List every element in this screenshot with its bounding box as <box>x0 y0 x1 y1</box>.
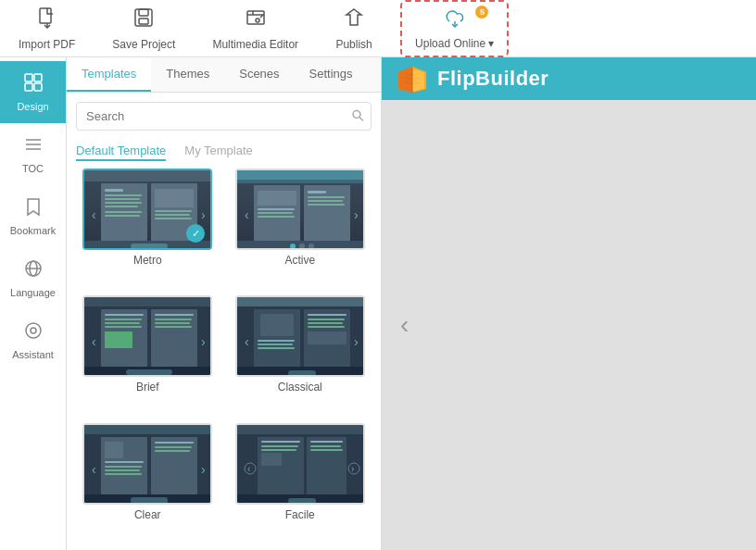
svg-text:›: › <box>351 464 354 474</box>
svg-rect-43 <box>237 170 365 180</box>
template-name-metro: Metro <box>133 254 162 267</box>
svg-text:‹: ‹ <box>92 462 96 477</box>
bookmark-icon <box>23 196 44 221</box>
tab-settings[interactable]: Settings <box>295 57 368 92</box>
tab-scenes[interactable]: Scenes <box>224 57 294 92</box>
svg-rect-120 <box>261 449 296 451</box>
svg-rect-94 <box>288 370 316 376</box>
multimedia-icon <box>245 6 267 34</box>
svg-rect-68 <box>105 322 140 324</box>
svg-text:›: › <box>201 462 206 477</box>
save-icon <box>132 6 155 34</box>
svg-rect-103 <box>105 469 140 471</box>
sidebar-item-assistant[interactable]: Assistant <box>0 309 66 371</box>
svg-rect-77 <box>126 369 172 375</box>
sub-tab-my[interactable]: My Template <box>184 144 252 161</box>
svg-rect-123 <box>310 441 343 443</box>
sidebar-item-toc[interactable]: TOC <box>0 123 66 185</box>
svg-rect-36 <box>155 189 194 207</box>
svg-rect-118 <box>261 441 300 443</box>
import-pdf-icon <box>36 6 58 34</box>
svg-rect-106 <box>155 442 194 444</box>
search-icon <box>351 108 364 124</box>
tab-templates[interactable]: Templates <box>67 57 151 92</box>
svg-rect-89 <box>308 319 345 320</box>
upload-badge: 5 <box>475 6 488 19</box>
svg-rect-101 <box>105 461 144 463</box>
svg-rect-67 <box>105 319 142 320</box>
template-metro[interactable]: ‹ › <box>76 169 220 286</box>
svg-text:›: › <box>201 207 206 222</box>
svg-text:›: › <box>354 334 359 349</box>
svg-rect-96 <box>84 425 212 434</box>
content-area: FlipBuilder ‹ <box>382 57 756 550</box>
save-project-button[interactable]: Save Project <box>103 2 184 56</box>
svg-rect-28 <box>105 189 123 192</box>
template-classical[interactable]: ‹ › <box>229 295 372 413</box>
svg-rect-86 <box>258 347 295 349</box>
template-brief[interactable]: ‹ › <box>76 295 220 413</box>
sidebar-language-label: Language <box>10 287 56 298</box>
svg-rect-107 <box>155 446 192 448</box>
template-thumb-clear: ‹ › <box>82 423 212 505</box>
panel-tabs: Templates Themes Scenes Settings <box>67 57 381 93</box>
tab-themes[interactable]: Themes <box>151 57 224 92</box>
template-name-facile: Facile <box>285 508 315 521</box>
svg-rect-10 <box>25 74 32 81</box>
svg-point-20 <box>26 323 41 338</box>
sub-tab-default[interactable]: Default Template <box>76 144 166 161</box>
svg-rect-12 <box>25 83 32 91</box>
template-name-classical: Classical <box>278 381 322 394</box>
svg-rect-110 <box>131 497 168 504</box>
svg-rect-100 <box>105 442 123 458</box>
svg-rect-69 <box>105 326 142 328</box>
template-thumb-classical: ‹ › <box>235 295 365 377</box>
svg-rect-90 <box>308 322 343 324</box>
sidebar-bookmark-label: Bookmark <box>10 225 57 236</box>
svg-rect-62 <box>84 297 212 306</box>
svg-rect-49 <box>258 208 295 210</box>
prev-page-arrow[interactable]: ‹ <box>400 310 409 340</box>
template-facile[interactable]: ‹ › <box>229 423 372 541</box>
svg-rect-73 <box>155 319 192 320</box>
svg-rect-0 <box>40 8 51 23</box>
svg-rect-119 <box>261 445 298 447</box>
svg-rect-55 <box>308 200 343 202</box>
svg-rect-31 <box>105 202 142 204</box>
template-active[interactable]: ‹ › <box>229 169 372 286</box>
svg-rect-127 <box>288 498 316 504</box>
svg-text:‹: ‹ <box>92 334 96 349</box>
upload-online-button[interactable]: 5 Upload Online ▾ <box>400 0 509 57</box>
svg-rect-108 <box>155 450 190 452</box>
import-pdf-button[interactable]: Import PDF <box>9 2 84 56</box>
svg-rect-70 <box>105 331 132 348</box>
svg-rect-39 <box>155 218 192 219</box>
svg-rect-56 <box>308 204 345 206</box>
svg-rect-24 <box>84 170 212 181</box>
search-input[interactable] <box>76 102 372 131</box>
sidebar-item-design[interactable]: Design <box>0 61 66 123</box>
svg-text:‹: ‹ <box>245 334 249 349</box>
svg-rect-105 <box>151 437 197 494</box>
publish-button[interactable]: Publish <box>326 2 382 56</box>
svg-rect-85 <box>258 344 293 345</box>
svg-rect-112 <box>237 425 365 434</box>
svg-rect-33 <box>105 211 142 213</box>
svg-rect-41 <box>131 244 168 249</box>
multimedia-editor-button[interactable]: Multimedia Editor <box>203 2 308 56</box>
sidebar-item-bookmark[interactable]: Bookmark <box>0 185 66 247</box>
sidebar-item-language[interactable]: Language <box>0 247 66 309</box>
template-clear[interactable]: ‹ › <box>76 423 220 541</box>
svg-rect-54 <box>308 196 345 198</box>
svg-rect-44 <box>237 180 365 183</box>
svg-rect-104 <box>105 473 142 475</box>
svg-rect-53 <box>308 191 326 194</box>
main-layout: Design TOC Bookmark <box>0 57 756 550</box>
svg-point-60 <box>309 244 314 249</box>
flipbuilder-header: FlipBuilder <box>382 57 756 100</box>
svg-rect-51 <box>258 216 295 218</box>
svg-text:‹: ‹ <box>245 207 249 222</box>
sidebar-assistant-label: Assistant <box>12 349 54 360</box>
template-name-active: Active <box>284 254 315 267</box>
svg-rect-79 <box>237 297 365 306</box>
